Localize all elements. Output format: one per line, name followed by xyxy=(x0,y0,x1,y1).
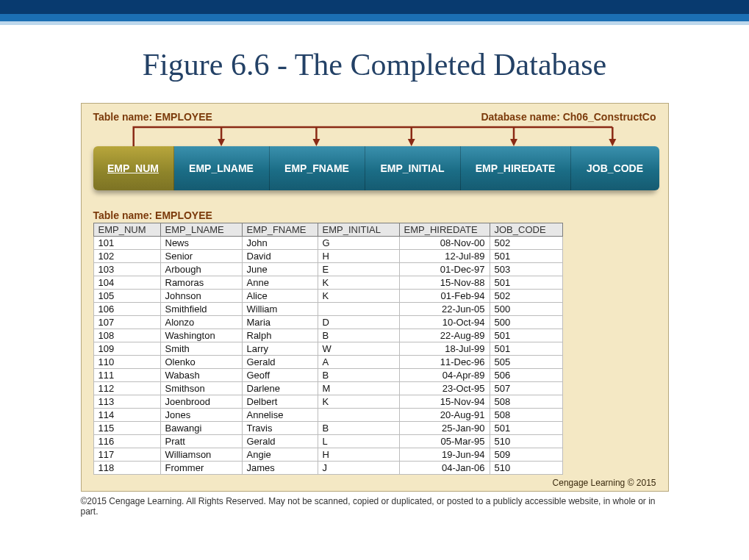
cell: 111 xyxy=(93,369,160,382)
cell: 502 xyxy=(490,237,562,250)
cell: 117 xyxy=(93,448,160,462)
cell: 05-Mar-95 xyxy=(399,435,490,448)
cell: Anne xyxy=(242,276,318,290)
cell: Frommer xyxy=(160,462,242,475)
cell: David xyxy=(242,250,318,263)
cell: 500 xyxy=(490,316,562,329)
cell: Geoff xyxy=(242,369,318,382)
cell: Alonzo xyxy=(160,316,242,329)
cell: G xyxy=(318,237,399,250)
slide-accent-bar xyxy=(0,0,749,25)
cell: 502 xyxy=(490,290,562,303)
table-row: 112SmithsonDarleneM23-Oct-95507 xyxy=(93,382,562,395)
cell: 22-Jun-05 xyxy=(399,303,490,316)
cell: Gerald xyxy=(242,435,318,448)
cell: 510 xyxy=(490,462,562,475)
cell: K xyxy=(318,395,399,409)
cell: 507 xyxy=(490,382,562,395)
svg-marker-7 xyxy=(510,139,517,146)
cell: W xyxy=(318,342,399,356)
cell: Bawangi xyxy=(160,422,242,435)
cell: Darlene xyxy=(242,382,318,395)
cell: 106 xyxy=(93,303,160,316)
cell: Williamson xyxy=(160,448,242,462)
cell: Smith xyxy=(160,342,242,356)
th-emp-lname: EMP_LNAME xyxy=(160,223,242,237)
table-row: 110OlenkoGeraldA11-Dec-96505 xyxy=(93,356,562,369)
cell: 116 xyxy=(93,435,160,448)
cell: 15-Nov-88 xyxy=(399,276,490,290)
cell: 19-Jun-94 xyxy=(399,448,490,462)
cell: Johnson xyxy=(160,290,242,303)
cell: 508 xyxy=(490,395,562,409)
schema-col-emp-num: EMP_NUM xyxy=(93,146,174,190)
cell: John xyxy=(242,237,318,250)
cell: 15-Nov-94 xyxy=(399,395,490,409)
table-row: 105JohnsonAliceK01-Feb-94502 xyxy=(93,290,562,303)
cell: 114 xyxy=(93,409,160,422)
figure-frame: Table name: EMPLOYEE Database name: Ch06… xyxy=(81,103,669,492)
cell: B xyxy=(318,422,399,435)
cell: H xyxy=(318,448,399,462)
svg-marker-9 xyxy=(609,139,616,146)
cell: 22-Aug-89 xyxy=(399,329,490,342)
cell: 18-Jul-99 xyxy=(399,342,490,356)
cell: 104 xyxy=(93,276,160,290)
cell: 500 xyxy=(490,303,562,316)
cell: B xyxy=(318,329,399,342)
cell: 25-Jan-90 xyxy=(399,422,490,435)
cell: 509 xyxy=(490,448,562,462)
svg-marker-1 xyxy=(218,139,225,146)
table-name-label: Table name: xyxy=(93,111,156,123)
table-row: 111WabashGeoffB04-Apr-89506 xyxy=(93,369,562,382)
cell: Jones xyxy=(160,409,242,422)
cell: 04-Apr-89 xyxy=(399,369,490,382)
cell: 101 xyxy=(93,237,160,250)
cell: Alice xyxy=(242,290,318,303)
cell: Gerald xyxy=(242,356,318,369)
cell: Travis xyxy=(242,422,318,435)
schema-col-emp-initial: EMP_INITIAL xyxy=(365,146,461,190)
cell: K xyxy=(318,290,399,303)
employee-data-table: EMP_NUM EMP_LNAME EMP_FNAME EMP_INITIAL … xyxy=(93,223,563,475)
cell: 115 xyxy=(93,422,160,435)
cell: M xyxy=(318,382,399,395)
cell: 501 xyxy=(490,250,562,263)
cell: 102 xyxy=(93,250,160,263)
cell: 108 xyxy=(93,329,160,342)
cell: 01-Dec-97 xyxy=(399,263,490,276)
cell: Senior xyxy=(160,250,242,263)
table-row: 117WilliamsonAngieH19-Jun-94509 xyxy=(93,448,562,462)
db-name-label: Database name: xyxy=(481,111,562,123)
cell: 505 xyxy=(490,356,562,369)
table-header-row: EMP_NUM EMP_LNAME EMP_FNAME EMP_INITIAL … xyxy=(93,223,562,237)
cell: Ralph xyxy=(242,329,318,342)
cell: 20-Aug-91 xyxy=(399,409,490,422)
cell: B xyxy=(318,369,399,382)
cell: J xyxy=(318,462,399,475)
cell: A xyxy=(318,356,399,369)
cell: 113 xyxy=(93,395,160,409)
table-row: 101NewsJohnG08-Nov-00502 xyxy=(93,237,562,250)
table-row: 113JoenbroodDelbertK15-Nov-94508 xyxy=(93,395,562,409)
cell: 23-Oct-95 xyxy=(399,382,490,395)
cell: Olenko xyxy=(160,356,242,369)
cell: 105 xyxy=(93,290,160,303)
schema-col-emp-fname: EMP_FNAME xyxy=(270,146,365,190)
cell: 501 xyxy=(490,342,562,356)
cell: Larry xyxy=(242,342,318,356)
table-row: 107AlonzoMariaD10-Oct-94500 xyxy=(93,316,562,329)
cell: 10-Oct-94 xyxy=(399,316,490,329)
th-emp-initial: EMP_INITIAL xyxy=(318,223,399,237)
table-row: 114JonesAnnelise20-Aug-91508 xyxy=(93,409,562,422)
cell: 118 xyxy=(93,462,160,475)
th-emp-num: EMP_NUM xyxy=(93,223,160,237)
cell: Wabash xyxy=(160,369,242,382)
table-name: EMPLOYEE xyxy=(155,111,212,123)
cell: 01-Feb-94 xyxy=(399,290,490,303)
cell: 103 xyxy=(93,263,160,276)
cell: News xyxy=(160,237,242,250)
schema-diagram: EMP_NUM EMP_LNAME EMP_FNAME EMP_INITIAL … xyxy=(93,146,656,190)
th-job-code: JOB_CODE xyxy=(490,223,562,237)
cell: 12-Jul-89 xyxy=(399,250,490,263)
